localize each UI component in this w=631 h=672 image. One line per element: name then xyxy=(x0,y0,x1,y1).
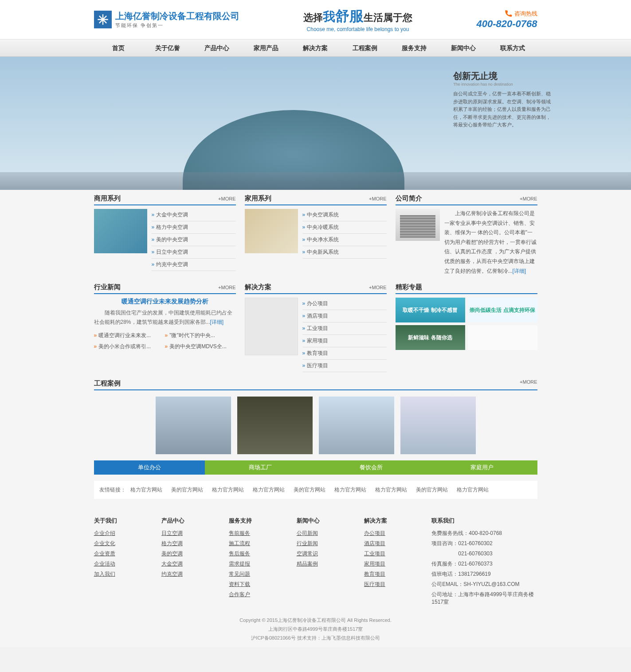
company-detail-link[interactable]: [详细] xyxy=(513,268,526,274)
footer-link[interactable]: 大金空调 xyxy=(161,561,183,567)
friend-link[interactable]: 格力官方网站 xyxy=(334,487,366,493)
footer-link[interactable]: 空调常识 xyxy=(297,550,318,557)
footer-link[interactable]: 施工流程 xyxy=(229,540,250,546)
list-item[interactable]: 中央新风系统 xyxy=(307,249,339,255)
footer-link[interactable]: 合作客户 xyxy=(229,591,250,597)
footer-link[interactable]: 企业文化 xyxy=(94,540,115,546)
project-cases: 工程案例+MORE 单位办公商场工厂餐饮会所家庭用户 xyxy=(94,379,537,475)
case-thumb[interactable] xyxy=(156,397,231,454)
list-item[interactable]: 办公项目 xyxy=(307,300,328,307)
copyright-line: Copyright © 2015上海亿誉制冷设备工程有限公司 All Right… xyxy=(94,616,537,625)
nav-item[interactable]: 解决方案 xyxy=(291,39,340,56)
friend-link[interactable]: 格力官方网站 xyxy=(457,487,489,493)
footer-link[interactable]: 企业介绍 xyxy=(94,530,115,536)
news-link[interactable]: "微"时代下的中央... xyxy=(165,330,236,341)
company-tagline: 节能环保 争创第一 xyxy=(115,22,239,29)
footer-link[interactable]: 精品案例 xyxy=(297,561,318,567)
solution-more[interactable]: +MORE xyxy=(369,285,386,290)
news-link[interactable]: 美的小米合作或将引... xyxy=(94,341,165,352)
footer-link[interactable]: 家用项目 xyxy=(364,561,385,567)
footer-link[interactable]: 需求提报 xyxy=(229,561,250,567)
footer-link[interactable]: 日立空调 xyxy=(161,530,183,536)
solutions: 解决方案+MORE 办公项目酒店项目工业项目家用项目教育项目医疗项目 xyxy=(245,283,387,372)
list-item[interactable]: 约克中央空调 xyxy=(156,261,188,267)
list-item[interactable]: 大金中央空调 xyxy=(156,212,188,218)
list-item[interactable]: 家用项目 xyxy=(307,338,328,344)
topic-card[interactable]: 新鲜滋味 各随你选 xyxy=(396,325,465,350)
company-more[interactable]: +MORE xyxy=(520,196,537,201)
friend-link[interactable]: 美的官方网站 xyxy=(294,487,325,493)
nav-item[interactable]: 新闻中心 xyxy=(439,39,488,56)
commercial-more[interactable]: +MORE xyxy=(218,196,235,201)
case-thumb[interactable] xyxy=(237,397,313,454)
case-thumb[interactable] xyxy=(400,397,476,454)
nav-item[interactable]: 服务支持 xyxy=(389,39,439,56)
news-link[interactable]: 暖通空调行业未来发... xyxy=(94,330,165,341)
list-item[interactable]: 格力中央空调 xyxy=(156,224,188,230)
friend-link[interactable]: 美的官方网站 xyxy=(416,487,448,493)
household-more[interactable]: +MORE xyxy=(369,196,386,201)
list-item[interactable]: 中央冷暖系统 xyxy=(307,224,339,230)
friend-link[interactable]: 格力官方网站 xyxy=(375,487,407,493)
news-feature-title[interactable]: 暖通空调行业未来发展趋势分析 xyxy=(94,298,236,306)
list-item[interactable]: 工业项目 xyxy=(307,325,328,331)
footer-link[interactable]: 加入我们 xyxy=(94,571,115,577)
maze-icon xyxy=(245,298,298,355)
list-item[interactable]: 医疗项目 xyxy=(307,362,328,369)
friend-link[interactable]: 格力官方网站 xyxy=(212,487,244,493)
news-more[interactable]: +MORE xyxy=(218,285,235,290)
footer-link[interactable]: 企业活动 xyxy=(94,561,115,567)
nav-item[interactable]: 工程案例 xyxy=(340,39,389,56)
footer-col-title: 关于我们 xyxy=(94,517,153,525)
footer-link[interactable]: 公司新闻 xyxy=(297,530,318,536)
cases-more[interactable]: +MORE xyxy=(520,379,537,388)
case-tab[interactable]: 餐饮会所 xyxy=(316,460,427,475)
footer-link[interactable]: 行业新闻 xyxy=(297,540,318,546)
nav-item[interactable]: 产品中心 xyxy=(192,39,242,56)
footer-link[interactable]: 格力空调 xyxy=(161,540,183,546)
footer-col-title: 解决方案 xyxy=(364,517,423,525)
list-item[interactable]: 日立中央空调 xyxy=(156,249,188,255)
topic-card[interactable] xyxy=(468,325,537,350)
household-thumb xyxy=(245,209,298,253)
list-item[interactable]: 酒店项目 xyxy=(307,313,328,319)
footer-link[interactable]: 办公项目 xyxy=(364,530,385,536)
nav-item[interactable]: 联系方式 xyxy=(488,39,537,56)
footer-link[interactable]: 售前服务 xyxy=(229,530,250,536)
footer-link[interactable]: 教育项目 xyxy=(364,571,385,577)
case-tab[interactable]: 家庭用户 xyxy=(427,460,537,475)
banner-title: 创新无止境 xyxy=(453,70,555,82)
footer-link[interactable]: 常见问题 xyxy=(229,571,250,577)
friend-link[interactable]: 美的官方网站 xyxy=(171,487,203,493)
phone-icon xyxy=(504,9,513,18)
list-item[interactable]: 教育项目 xyxy=(307,350,328,356)
footer-link[interactable]: 企业资质 xyxy=(94,550,115,557)
company-profile: 公司简介+MORE 上海亿誉制冷设备工程有限公司是一家专业从事中央空调设计、销售… xyxy=(396,194,537,276)
news-link[interactable]: 美的中央空调MDVS全... xyxy=(165,341,236,352)
company-thumb xyxy=(396,209,440,241)
case-thumb[interactable] xyxy=(319,397,394,454)
nav-item[interactable]: 关于亿誉 xyxy=(143,39,192,56)
footer-link[interactable]: 工业项目 xyxy=(364,550,385,557)
list-item[interactable]: 中央空调系统 xyxy=(307,212,339,218)
list-item[interactable]: 美的中央空调 xyxy=(156,236,188,243)
footer-link[interactable]: 售后服务 xyxy=(229,550,250,557)
topic-card[interactable]: 取暖不干燥 制冷不感冒 xyxy=(396,298,465,322)
footer-link[interactable]: 美的空调 xyxy=(161,550,183,557)
featured-topics: 精彩专题 取暖不干燥 制冷不感冒崇尚低碳生活 点滴支持环保新鲜滋味 各随你选 xyxy=(396,283,537,372)
friend-link[interactable]: 格力官方网站 xyxy=(130,487,162,493)
footer-link[interactable]: 医疗项目 xyxy=(364,581,385,587)
list-item[interactable]: 中央净水系统 xyxy=(307,236,339,243)
footer-link[interactable]: 约克空调 xyxy=(161,571,183,577)
friend-link[interactable]: 格力官方网站 xyxy=(253,487,285,493)
footer-link[interactable]: 资料下载 xyxy=(229,581,250,587)
case-tab[interactable]: 单位办公 xyxy=(94,460,205,475)
topic-card[interactable]: 崇尚低碳生活 点滴支持环保 xyxy=(468,298,537,322)
footer-link[interactable]: 酒店项目 xyxy=(364,540,385,546)
news-detail-link[interactable]: [详细] xyxy=(210,319,224,325)
case-tab[interactable]: 商场工厂 xyxy=(205,460,316,475)
main-nav: 首页关于亿誉产品中心家用产品解决方案工程案例服务支持新闻中心联系方式 xyxy=(0,39,631,57)
nav-item[interactable]: 家用产品 xyxy=(242,39,291,56)
nav-item[interactable]: 首页 xyxy=(94,39,143,56)
logo[interactable]: 上海亿誉制冷设备工程有限公司 节能环保 争创第一 xyxy=(94,10,239,29)
